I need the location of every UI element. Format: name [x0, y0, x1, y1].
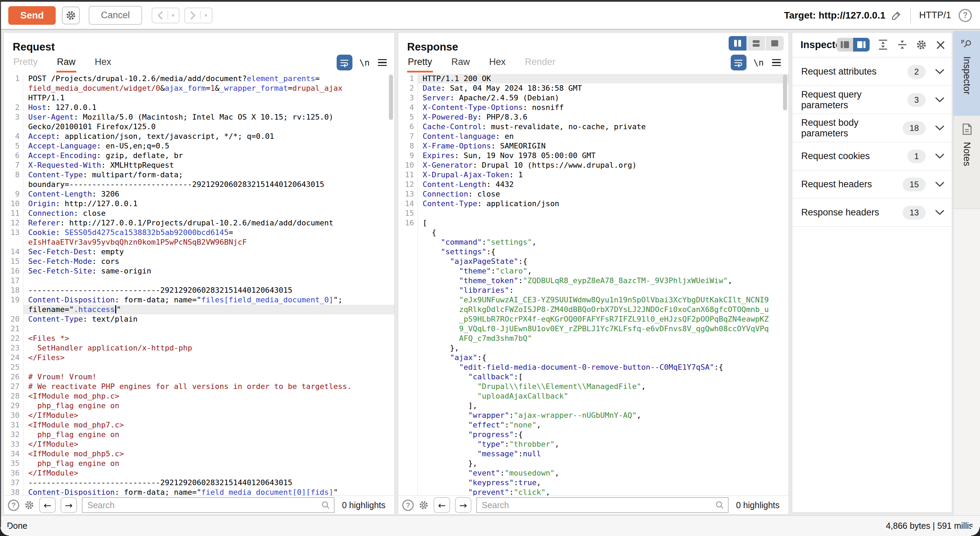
code-line[interactable]: filename=".htaccess" [4, 305, 395, 314]
code-line[interactable]: 17 [4, 276, 395, 285]
search-input[interactable] [476, 497, 729, 513]
code-line[interactable]: 35 php_flag engine on [4, 459, 395, 468]
layout-columns-button[interactable] [729, 36, 746, 51]
show-newlines-toggle[interactable]: \n [360, 58, 370, 68]
code-line[interactable]: 8Content-Type: multipart/form-data; boun… [4, 170, 395, 189]
code-line[interactable]: 29 php_flag engine on [4, 401, 395, 411]
code-line[interactable]: 22<Files *> [4, 334, 395, 343]
search-next-button[interactable]: → [455, 497, 471, 513]
code-line[interactable]: 18-----------------------------292129206… [4, 285, 395, 295]
code-line[interactable]: 15Sec-Fetch-Mode: cors [4, 257, 395, 266]
tab-raw[interactable]: Raw [451, 57, 471, 73]
search-help-icon[interactable]: ? [402, 500, 414, 511]
code-line[interactable]: 38Content-Disposition: form-data; name="… [4, 488, 395, 495]
inspector-settings-button[interactable] [916, 39, 927, 51]
code-line[interactable]: 14Sec-Fetch-Dest: empty [4, 247, 395, 257]
tab-hex[interactable]: Hex [94, 57, 112, 73]
code-line[interactable]: 5Accept-Language: en-US,en;q=0.5 [4, 141, 395, 151]
response-editor[interactable]: 1HTTP/1.1 200 OK2Date: Sat, 04 May 2024 … [398, 73, 789, 495]
layout-rows-button[interactable] [747, 36, 765, 51]
side-tab-notes[interactable]: Notes [953, 116, 980, 209]
code-line[interactable]: 32 php_flag engine on [4, 430, 395, 439]
code-line[interactable]: 10X-Generator: Drupal 10 (https://www.dr… [398, 160, 789, 170]
code-line[interactable]: 1HTTP/1.1 200 OK [398, 74, 789, 84]
code-line[interactable]: 2Host: 127.0.0.1 [4, 103, 395, 113]
code-line[interactable]: 14Content-Type: application/json [398, 199, 789, 209]
code-line[interactable]: 7X-Requested-With: XMLHttpRequest [4, 160, 395, 170]
code-line[interactable]: 27# We reactivate PHP engines for all ve… [4, 382, 395, 391]
code-line[interactable]: 5X-Powered-By: PHP/8.3.6 [398, 113, 789, 122]
code-line[interactable]: 13Connection: close [398, 189, 789, 199]
code-line[interactable]: 9Content-Length: 3206 [4, 189, 395, 199]
menu-icon[interactable] [377, 58, 388, 68]
search-help-icon[interactable]: ? [8, 500, 19, 511]
dock-right-button[interactable] [853, 38, 870, 52]
expand-all-button[interactable] [877, 39, 889, 51]
code-line[interactable]: 28<IfModule mod_php.c> [4, 391, 395, 401]
search-prev-button[interactable]: ← [39, 497, 56, 513]
search-settings-button[interactable] [24, 500, 34, 510]
code-line[interactable]: 4Accept: application/json, text/javascri… [4, 132, 395, 141]
menu-icon[interactable] [771, 58, 782, 68]
request-scrollbar[interactable] [389, 75, 393, 120]
inspector-section-request-attributes[interactable]: Request attributes2 [792, 58, 952, 86]
layout-single-button[interactable] [766, 36, 784, 51]
code-line[interactable]: 3Server: Apache/2.4.59 (Debian) [398, 93, 789, 103]
tab-hex[interactable]: Hex [488, 57, 506, 73]
code-line[interactable]: 16Sec-Fetch-Site: same-origin [4, 266, 395, 276]
code-line[interactable]: 13Cookie: SESS05d4275ca1538832b5ab92000b… [4, 228, 395, 247]
show-newlines-toggle[interactable]: \n [753, 58, 764, 68]
code-line[interactable]: 3User-Agent: Mozilla/5.0 (Macintosh; Int… [4, 113, 395, 132]
code-line[interactable]: 19Content-Disposition: form-data; name="… [4, 295, 395, 305]
code-line[interactable]: 15 [398, 209, 789, 218]
search-input[interactable] [82, 497, 334, 513]
inspector-section-response-headers[interactable]: Response headers13 [792, 198, 952, 227]
code-line[interactable]: 8X-Frame-Options: SAMEORIGIN [398, 141, 789, 151]
code-line[interactable]: 9Expires: Sun, 19 Nov 1978 05:00:00 GMT [398, 151, 789, 160]
cancel-button[interactable]: Cancel [89, 6, 142, 25]
code-line[interactable]: 24</Files> [4, 353, 395, 363]
code-line[interactable]: 16[ { "command":"settings", "settings":{… [398, 218, 789, 495]
code-line[interactable]: 6Accept-Encoding: gzip, deflate, br [4, 151, 395, 160]
side-tab-inspector[interactable]: Inspector [953, 31, 980, 116]
code-line[interactable]: 30</IfModule> [4, 411, 395, 420]
forward-request-button[interactable]: ▾ [184, 8, 213, 23]
code-line[interactable]: 23 SetHandler application/x-httpd-php [4, 343, 395, 353]
code-line[interactable]: 20Content-Type: text/plain [4, 314, 395, 324]
inspector-section-request-query-parameters[interactable]: Request query parameters3 [792, 86, 952, 114]
code-line[interactable]: 21 [4, 324, 395, 334]
search-next-button[interactable]: → [60, 497, 77, 513]
code-line[interactable]: 31<IfModule mod_php7.c> [4, 420, 395, 430]
inspector-section-request-headers[interactable]: Request headers15 [792, 170, 952, 198]
tab-render[interactable]: Render [524, 57, 556, 73]
code-line[interactable]: 10Origin: http://127.0.0.1 [4, 199, 395, 209]
code-line[interactable]: 7Content-language: en [398, 132, 789, 141]
code-line[interactable]: 33</IfModule> [4, 439, 395, 449]
code-line[interactable]: 4X-Content-Type-Options: nosniff [398, 103, 789, 113]
code-line[interactable]: 25 [4, 363, 395, 372]
code-line[interactable]: 2Date: Sat, 04 May 2024 18:36:58 GMT [398, 84, 789, 93]
code-line[interactable]: 26# Vroum! Vroum! [4, 372, 395, 382]
search-prev-button[interactable]: ← [434, 497, 450, 513]
code-line[interactable]: 12Content-Length: 4432 [398, 180, 789, 189]
dock-left-button[interactable] [837, 38, 853, 52]
code-line[interactable]: 6Cache-Control: must-revalidate, no-cach… [398, 122, 789, 132]
back-request-button[interactable]: ▾ [152, 8, 180, 23]
tab-pretty[interactable]: Pretty [13, 57, 38, 73]
search-settings-button[interactable] [418, 500, 429, 510]
inspector-section-request-cookies[interactable]: Request cookies1 [792, 142, 952, 170]
inspector-dock-toggle[interactable] [837, 38, 870, 52]
code-line[interactable]: 37-----------------------------292129206… [4, 478, 395, 488]
close-icon[interactable]: × [935, 38, 946, 52]
request-editor[interactable]: 1POST /Projects/drupal-10.2.6/media/add/… [4, 73, 395, 495]
edit-target-button[interactable] [891, 10, 902, 21]
collapse-all-button[interactable] [896, 39, 908, 51]
send-settings-button[interactable] [62, 6, 80, 24]
response-scrollbar[interactable] [783, 75, 787, 110]
send-button[interactable]: Send [8, 6, 56, 25]
tab-raw[interactable]: Raw [56, 57, 76, 73]
code-line[interactable]: 36</IfModule> [4, 468, 395, 478]
word-wrap-toggle[interactable] [337, 55, 352, 70]
word-wrap-toggle[interactable] [731, 55, 746, 70]
code-line[interactable]: 12Referer: http://127.0.0.1/Projects/dru… [4, 218, 395, 228]
